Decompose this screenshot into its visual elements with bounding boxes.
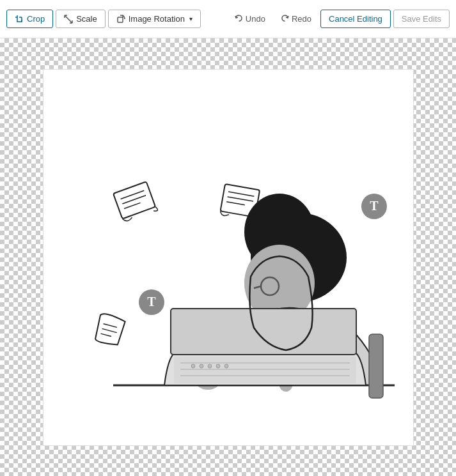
svg-point-51: [208, 364, 212, 368]
svg-point-53: [224, 364, 228, 368]
image-rotation-button[interactable]: Image Rotation ▾: [108, 10, 201, 28]
scale-icon: [64, 15, 73, 24]
cancel-editing-button[interactable]: Cancel Editing: [320, 10, 391, 28]
svg-point-52: [216, 364, 220, 368]
undo-button[interactable]: Undo: [228, 10, 272, 28]
undo-icon: [235, 14, 243, 24]
image-container: T T T: [43, 69, 414, 446]
undo-label: Undo: [246, 14, 265, 24]
image-rotation-label: Image Rotation: [129, 14, 185, 24]
redo-button[interactable]: Redo: [274, 10, 318, 28]
svg-point-50: [200, 364, 203, 368]
svg-point-49: [191, 364, 195, 368]
dropdown-arrow-icon: ▾: [189, 15, 193, 22]
svg-text:T: T: [147, 295, 156, 309]
rotation-icon: [116, 15, 125, 24]
scale-button[interactable]: Scale: [56, 10, 106, 28]
svg-rect-44: [171, 309, 356, 355]
toolbar: Crop Scale Image Rotation ▾: [0, 0, 456, 38]
svg-rect-54: [369, 334, 383, 398]
toolbar-right-actions: Undo Redo Cancel Editing Save Edits: [228, 10, 450, 28]
svg-text:T: T: [370, 199, 379, 213]
canvas-area: T T T: [0, 38, 456, 476]
redo-icon: [281, 14, 289, 24]
svg-rect-7: [113, 181, 155, 219]
save-edits-button[interactable]: Save Edits: [393, 10, 450, 28]
crop-icon: [15, 15, 24, 24]
scale-label: Scale: [76, 14, 97, 24]
cancel-label: Cancel Editing: [329, 14, 382, 24]
svg-rect-45: [174, 357, 356, 383]
crop-label: Crop: [27, 14, 45, 24]
illustration: T T T: [62, 85, 395, 430]
save-label: Save Edits: [402, 14, 441, 24]
svg-rect-6: [118, 17, 123, 22]
crop-button[interactable]: Crop: [6, 10, 53, 28]
svg-line-5: [65, 15, 72, 23]
redo-label: Redo: [292, 14, 311, 24]
